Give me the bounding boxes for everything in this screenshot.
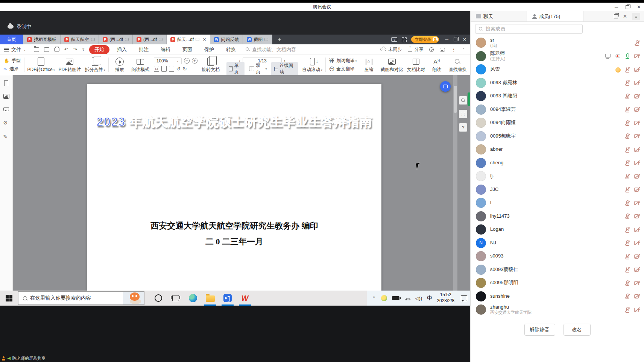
panel-menu-icon[interactable]: ≡ [632,13,640,20]
cortana-button[interactable] [150,291,167,306]
comment-bubble-icon[interactable] [440,48,445,51]
open-folder-icon[interactable] [34,47,39,52]
wps-tab-2[interactable]: P航天航空 [61,35,99,44]
menu-item-protect[interactable]: 保护 [200,45,219,54]
member-row[interactable]: s0093蔡毅仁 [471,263,644,277]
zoom-level-select[interactable]: 100%⌄ [154,58,182,64]
action-center-icon[interactable] [461,295,467,301]
undo-icon[interactable]: ↶ [64,47,68,52]
member-row[interactable]: sr(我) [471,36,644,50]
annotation-icon[interactable] [3,107,9,111]
member-search-input[interactable]: 搜索成员 [475,24,583,34]
start-button[interactable] [0,291,18,306]
panel-close-icon[interactable]: ✕ [623,14,627,19]
member-row[interactable]: L [471,196,644,210]
wps-close-icon[interactable]: ✕ [463,37,466,42]
login-button[interactable]: 立即登录 [411,36,439,43]
gear-icon[interactable] [429,47,434,52]
tab-close-icon[interactable]: ✕ [203,37,206,42]
meeting-app-button[interactable] [219,291,236,306]
play-button[interactable]: 播放 [110,56,129,74]
member-row[interactable]: lhy11473 [471,210,644,223]
snapshot-icon[interactable] [3,94,9,99]
zoom-out-icon[interactable]: − [184,58,190,64]
bookmark-icon[interactable] [4,80,8,86]
fit-width-icon[interactable] [161,66,167,72]
attachment-icon[interactable]: ⊘ [3,120,9,126]
single-page-button[interactable]: 单页 [226,62,245,76]
zoom-in-icon[interactable]: + [192,58,197,64]
doc-compare-button[interactable]: 文档比对 [405,56,427,74]
word-translate-button[interactable]: 译划词翻译 ▾ [329,57,357,65]
hand-tool[interactable]: ✋手型 [4,57,21,65]
member-row[interactable]: cheng [471,156,644,170]
battery-icon[interactable] [392,296,399,300]
member-row[interactable]: NNJ [471,236,644,250]
file-explorer-button[interactable] [202,291,219,306]
wps-tab-1[interactable]: P找稻壳模板 [23,35,61,44]
menu-item-insert[interactable]: 插入 [112,45,131,54]
file-menu[interactable]: 文件 ⌄ [0,46,29,53]
doc-scrollbar[interactable] [453,75,457,315]
screenshot-compare-button[interactable]: 截图和对比 [379,56,405,74]
adjust-icon[interactable]: ⸬ [459,110,467,118]
member-row[interactable]: 0095郝晓宇 [471,130,644,143]
member-row[interactable]: 0094李淑芸 [471,103,644,117]
member-row[interactable]: 0094向雨姮 [471,116,644,130]
more-options-icon[interactable]: ⋮ [451,47,456,52]
popout-icon[interactable] [614,14,618,18]
wps-restore-icon[interactable] [454,38,457,41]
double-page-button[interactable]: 双页▾ [247,62,269,76]
tab-chat[interactable]: 聊天 [471,11,527,21]
menu-item-page[interactable]: 页面 [178,45,197,54]
print-icon[interactable] [54,48,59,51]
close-icon[interactable]: ✕ [637,5,641,9]
doc-search-icon[interactable] [459,96,467,105]
fit-height-icon[interactable] [169,66,174,72]
grid-view-icon[interactable] [402,37,407,42]
find-replace-button[interactable]: 查找替换 [447,56,469,74]
menu-item-start[interactable]: 开始 [89,45,109,54]
full-translate-button[interactable]: ㊀全文翻译 [329,65,357,73]
more-chevron-icon[interactable]: ⊽ [82,48,85,51]
member-row[interactable]: abner [471,143,644,156]
tray-chevron-icon[interactable]: ⌃ [372,295,376,301]
fit-page-icon[interactable]: 14 [154,66,159,72]
member-row[interactable]: sunshine [471,290,644,303]
wifi-icon[interactable] [404,296,410,300]
rotate-right-icon[interactable]: ↻ [183,66,187,72]
pdf-page[interactable]: 2023 年航天航空学院硕士研究生毕业生答辩指南 西安交通大学航天航空学院研究生… [87,84,381,315]
wps-minimize-icon[interactable]: ─ [445,37,448,42]
restore-icon[interactable] [626,5,629,9]
sync-status[interactable]: 未同步 [380,46,402,53]
task-view-button[interactable] [167,291,184,306]
wps-tab-3[interactable]: P(西...df [99,35,133,44]
wps-tab-5[interactable]: P航天...df✕ [167,35,210,44]
help-icon[interactable]: ? [459,123,467,132]
function-search[interactable]: 查找功能、文档内容 [246,46,296,53]
rotate-left-icon[interactable]: ↺ [176,66,181,72]
minimize-icon[interactable]: ─ [615,5,618,9]
member-list[interactable]: sr(我)陈老师(主持人)风雪0093-戴宛林0093-闫继阳0094李淑芸00… [471,36,644,316]
wps-tab-0[interactable]: 首页 [0,35,23,44]
taskbar-search[interactable]: 在这里输入你要搜索的内容 [18,291,144,305]
edge-button[interactable] [184,291,202,306]
member-row[interactable]: 0093-戴宛林 [471,76,644,90]
compress-button[interactable]: 压缩 [359,56,379,74]
pdf-to-image-button[interactable]: PDF转图片 [56,56,83,74]
member-row[interactable]: 陈老师(主持人) [471,50,644,63]
tab-members[interactable]: 成员(175) [527,11,583,21]
member-row[interactable]: Logan [471,223,644,236]
split-window-icon[interactable]: 6 [391,37,397,42]
antivirus-icon[interactable] [381,295,387,301]
wps-tab-7[interactable]: W截图 [243,35,272,44]
collapse-ribbon-icon[interactable]: ⌃ [462,48,465,51]
new-tab-button[interactable]: + [272,35,286,44]
read-mode-button[interactable]: 阅读模式 [129,56,152,74]
menu-item-convert[interactable]: 转换 [222,45,240,54]
wps-floating-button[interactable] [440,81,451,92]
rotate-doc-button[interactable]: 旋转文档 [200,56,222,74]
member-row[interactable]: zhanghu西安交通大学航天学院 [471,303,644,316]
wps-tab-4[interactable]: P(西...df [133,35,167,44]
volume-icon[interactable]: ◁)) [415,295,422,301]
